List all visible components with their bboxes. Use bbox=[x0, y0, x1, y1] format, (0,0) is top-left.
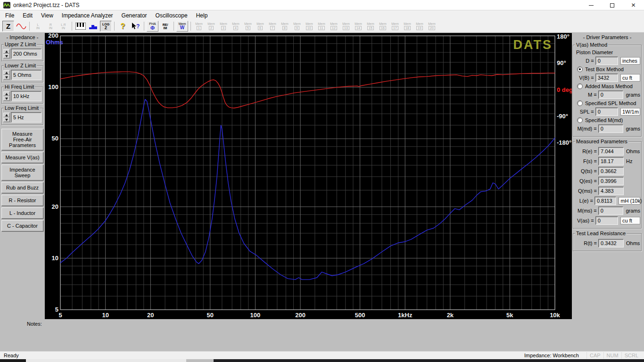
memory-4-button[interactable]: Mem4 bbox=[230, 21, 241, 32]
le-unit[interactable]: mH (10k) bbox=[619, 197, 640, 205]
specified-spl-method-radio[interactable] bbox=[577, 100, 583, 106]
m-value-field[interactable]: 0 bbox=[598, 90, 624, 99]
bar-graph-button[interactable] bbox=[87, 21, 99, 32]
help-button[interactable]: ? bbox=[117, 21, 129, 32]
low-freq-limit-value[interactable]: 5 Hz bbox=[11, 112, 41, 123]
mms-value-field[interactable]: 0 bbox=[598, 206, 624, 215]
menubar: FileEditViewImpedance AnalyzerGeneratorO… bbox=[0, 10, 644, 20]
memory-10-button[interactable]: Mem10 bbox=[304, 21, 315, 32]
maximize-button[interactable] bbox=[602, 0, 623, 10]
spl-value-field[interactable]: 0 bbox=[595, 107, 618, 116]
d-value-field[interactable]: 0 bbox=[595, 57, 618, 65]
measured-parameters-legend: Measured Parameters bbox=[575, 139, 628, 144]
spin-down-button[interactable] bbox=[3, 54, 10, 58]
memory-2-button[interactable]: Mem2 bbox=[206, 21, 217, 32]
memory-17-button[interactable]: Mem17 bbox=[389, 21, 401, 32]
context-help-button[interactable]: ? bbox=[130, 21, 141, 32]
toolbar-separator bbox=[144, 22, 144, 31]
close-icon: ✕ bbox=[631, 3, 636, 8]
lower-z-limit-value[interactable]: 5 Ohms bbox=[11, 70, 41, 80]
vas-unit[interactable]: cu ft bbox=[620, 217, 640, 224]
spin-down-button[interactable] bbox=[3, 75, 10, 80]
added-mass-method-radio[interactable] bbox=[577, 83, 583, 89]
memory-6-button[interactable]: Mem6 bbox=[255, 21, 266, 32]
mms-unit: grams bbox=[626, 208, 640, 214]
le-value-field[interactable]: 0.8113 bbox=[594, 197, 617, 205]
impedance-sweep-button[interactable]: Impedance Sweep bbox=[1, 165, 43, 181]
cursor-help-icon: ? bbox=[131, 23, 140, 30]
log-scale-button[interactable]: LOGZ bbox=[100, 21, 112, 32]
menu-view[interactable]: View bbox=[37, 11, 58, 20]
minimize-icon bbox=[589, 5, 594, 6]
menu-generator[interactable]: Generator bbox=[117, 11, 151, 20]
memory-7-button[interactable]: Mem7 bbox=[267, 21, 278, 32]
svg-text:20: 20 bbox=[147, 312, 154, 319]
svg-text:100: 100 bbox=[48, 83, 58, 90]
right-input-button[interactable]: RIN bbox=[45, 21, 57, 32]
memory-5-button[interactable]: Mem5 bbox=[242, 21, 254, 32]
vb-value-field[interactable]: 3432 bbox=[595, 74, 618, 82]
status-bar: Ready Impedance: Workbench CAPNUMSCRL bbox=[0, 351, 644, 359]
menu-help[interactable]: Help bbox=[192, 11, 212, 20]
vb-unit[interactable]: cu ft bbox=[620, 74, 640, 82]
memory-write-button[interactable]: MemW bbox=[176, 21, 188, 32]
memory-18-button[interactable]: Mem18 bbox=[402, 21, 413, 32]
menu-oscilloscope[interactable]: Oscilloscope bbox=[151, 11, 192, 20]
mmd-value-field[interactable]: 0 bbox=[598, 124, 624, 133]
specified-m-md--radio[interactable] bbox=[577, 117, 583, 123]
piano-keys-icon bbox=[75, 23, 86, 30]
menu-file[interactable]: File bbox=[1, 11, 18, 20]
piano-tones-button[interactable] bbox=[74, 21, 86, 32]
memory-12-button[interactable]: Mem12 bbox=[328, 21, 339, 32]
left-input-button[interactable]: LIN bbox=[32, 21, 44, 32]
vas-value-field[interactable]: 0 bbox=[595, 216, 618, 225]
measure-free-air-parameters-button[interactable]: Measure Free-Air Parameters bbox=[1, 129, 43, 150]
memory-11-button[interactable]: Mem11 bbox=[316, 21, 327, 32]
memory-13-button[interactable]: Mem13 bbox=[340, 21, 352, 32]
notes-label: Notes: bbox=[27, 321, 42, 327]
memory-19-button[interactable]: Mem19 bbox=[414, 21, 425, 32]
re-value-field[interactable]: 7.044 bbox=[598, 147, 624, 156]
menu-impedance-analyzer[interactable]: Impedance Analyzer bbox=[58, 11, 117, 20]
minimize-button[interactable] bbox=[580, 0, 602, 10]
fs-value-field[interactable]: 18.17 bbox=[598, 157, 624, 165]
measure-v-as-button[interactable]: Measure V(as) bbox=[1, 152, 43, 163]
spl-unit[interactable]: 1W/1m bbox=[620, 108, 640, 115]
spin-up-button[interactable] bbox=[3, 49, 10, 54]
l-inductor-button[interactable]: L - Inductor bbox=[1, 207, 43, 219]
r-resistor-button[interactable]: R - Resistor bbox=[1, 195, 43, 206]
memory-14-button[interactable]: Mem14 bbox=[353, 21, 364, 32]
memory-16-button[interactable]: Mem16 bbox=[377, 21, 388, 32]
d-unit[interactable]: inches bbox=[620, 57, 640, 65]
memory-1-button[interactable]: Mem1 bbox=[193, 21, 205, 32]
stereo-input-button[interactable]: L RIN bbox=[58, 21, 69, 32]
qts-value-field[interactable]: 0.3662 bbox=[598, 167, 624, 175]
qms-value-field[interactable]: 4.383 bbox=[598, 187, 624, 195]
impedance-mode-button[interactable]: Z bbox=[2, 21, 14, 32]
spin-up-button[interactable] bbox=[3, 70, 10, 75]
vas-method-legend: V(as) Method bbox=[575, 42, 608, 48]
close-button[interactable]: ✕ bbox=[623, 0, 644, 10]
memory-9-button[interactable]: Mem9 bbox=[291, 21, 303, 32]
memory-15-button[interactable]: Mem15 bbox=[365, 21, 376, 32]
qes-value-field[interactable]: 0.3996 bbox=[598, 177, 624, 185]
hi-freq-limit-value[interactable]: 10 kHz bbox=[11, 91, 41, 101]
rt-value-field[interactable]: 0.3432 bbox=[598, 239, 624, 247]
spin-down-button[interactable] bbox=[3, 96, 10, 101]
memory-8-button[interactable]: Mem8 bbox=[279, 21, 290, 32]
c-capacitor-button[interactable]: C - Capacitor bbox=[1, 220, 43, 231]
toolbar-separator bbox=[72, 22, 72, 31]
test-box-method-radio[interactable] bbox=[577, 66, 583, 72]
sine-generator-button[interactable] bbox=[15, 21, 27, 32]
upper-z-limit-value[interactable]: 200 Ohms bbox=[11, 49, 41, 59]
memory-3-button[interactable]: Mem3 bbox=[218, 21, 229, 32]
spin-up-button[interactable] bbox=[3, 113, 10, 117]
real-imaginary-button[interactable]: RE/IM bbox=[159, 21, 171, 32]
menu-edit[interactable]: Edit bbox=[18, 11, 37, 20]
spin-up-button[interactable] bbox=[3, 91, 10, 96]
memory-20-button[interactable]: Mem20 bbox=[426, 21, 438, 32]
phase-display-button[interactable]: PHAΦ bbox=[147, 21, 158, 32]
rub-and-buzz-button[interactable]: Rub and Buzz bbox=[1, 182, 43, 193]
spin-down-button[interactable] bbox=[3, 117, 10, 122]
lower-z-limit-group: Lower Z Limit5 Ohms bbox=[1, 66, 43, 82]
